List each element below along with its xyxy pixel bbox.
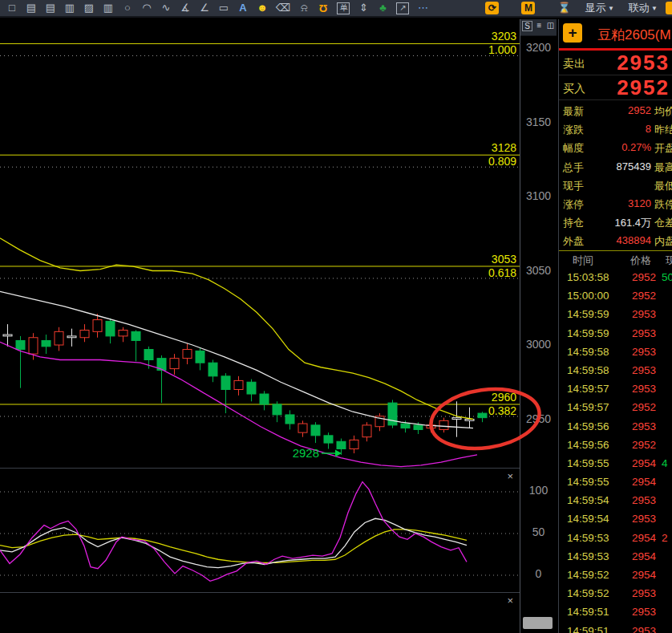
svg-text:2928: 2928	[293, 446, 319, 460]
contract-title[interactable]: 豆粕2605(M	[597, 26, 671, 44]
tick-time: 14:59:56	[567, 420, 609, 432]
stat-value: 161.4万	[614, 216, 651, 230]
close-bottom-panel-icon[interactable]: ×	[507, 595, 513, 606]
stat-value: 2952	[628, 104, 651, 116]
stat-row: 现手最低	[559, 176, 672, 194]
club-icon[interactable]: ♣	[377, 1, 388, 15]
svg-text:3128: 3128	[492, 141, 516, 154]
divider	[559, 99, 672, 100]
ticks-header-price: 价格	[630, 254, 651, 268]
close-indicator-icon[interactable]: ×	[507, 471, 513, 481]
stat-label-right: 最高	[654, 160, 672, 175]
arc-tool-icon[interactable]: ◠	[141, 1, 152, 15]
bid-row[interactable]: 买入 2952	[559, 76, 672, 99]
tick-row: 14:59:542953	[559, 491, 672, 509]
kline-chart-icon[interactable]: M	[521, 2, 535, 14]
emoji-tool-icon[interactable]: ☻	[257, 1, 268, 15]
menu-linkage[interactable]: 联动 ▼	[629, 1, 658, 15]
ask-label: 卖出	[563, 57, 585, 71]
stat-row: 最新2952均价	[559, 101, 672, 120]
tick-row: 14:59:532954	[559, 547, 672, 566]
ask-row[interactable]: 卖出 2953	[559, 51, 672, 75]
trend-lines-icon[interactable]: ∠	[199, 1, 210, 15]
bid-price: 2952	[617, 76, 670, 99]
more-tools-icon[interactable]: ⋯	[417, 1, 428, 15]
stat-label-right: 内盘	[654, 234, 672, 249]
alert-bell-icon[interactable]: ⍾	[298, 1, 310, 15]
tick-time: 14:59:56	[567, 439, 609, 451]
tick-price: 2954	[632, 550, 656, 562]
vertical-grid-icon[interactable]: ▥	[64, 1, 75, 15]
stat-label-right: 跌停	[654, 197, 672, 212]
cycle-lines-icon[interactable]: ▥	[103, 1, 114, 15]
stat-label-right: 最低	[654, 179, 672, 193]
tick-row: 15:00:002952	[559, 286, 672, 305]
replay-icon[interactable]: ⟳	[485, 2, 499, 14]
clipped-toolbar-icon[interactable]	[666, 2, 672, 14]
drawing-toolbar: □▤▤▥▨▥○◠∿∡∠▭A☻⌫⍾Ω单⇕♣↗⋯⟳M⌛显示 ▼联动 ▼	[0, 0, 672, 18]
ruler-icon[interactable]: ▭	[218, 1, 229, 15]
svg-text:1.000: 1.000	[488, 43, 516, 56]
time-sales-list[interactable]: 15:03:5829525015:00:00295214:59:59295314…	[559, 268, 672, 633]
tick-volume: 4	[662, 457, 668, 469]
stat-label: 涨跌	[563, 123, 584, 137]
tick-row: 14:59:512953	[559, 603, 672, 621]
add-contract-button[interactable]: +	[563, 23, 582, 43]
tick-row: 14:59:592953	[559, 324, 672, 343]
svg-text:3053: 3053	[492, 253, 516, 266]
tick-row: 14:59:5329542	[559, 529, 672, 547]
gann-fan-icon[interactable]: ∡	[180, 1, 191, 15]
stat-label: 持仓	[563, 216, 584, 230]
axis-label: 3100	[520, 189, 557, 202]
stat-value: 438894	[617, 234, 651, 246]
share-chart-icon[interactable]: ↗	[396, 2, 409, 14]
chevron-down-icon: ▼	[606, 5, 614, 12]
tick-row: 14:59:512953	[559, 622, 672, 633]
ticks-header: 时间 价格 现	[559, 254, 672, 268]
zigzag-tool-icon[interactable]: ∿	[160, 1, 172, 15]
tick-price: 2953	[632, 420, 656, 432]
tick-time: 15:00:00	[567, 290, 609, 302]
eraser-icon[interactable]: ⌫	[276, 1, 290, 15]
quote-panel: + 豆粕2605(M 卖出 2953 买入 2952 最新2952均价涨跌8昨结…	[558, 19, 672, 633]
tick-time: 14:59:59	[567, 327, 609, 339]
tick-price: 2953	[632, 327, 656, 339]
svg-text:3203: 3203	[492, 30, 516, 43]
indicator-canvas[interactable]	[0, 469, 520, 591]
scrollbar-thumb[interactable]	[523, 617, 553, 629]
main-kline-chart[interactable]: 32031.00031280.80930530.61829600.3822928	[0, 19, 520, 468]
stat-row: 涨停3120跌停	[559, 194, 672, 213]
tick-price: 2954	[632, 457, 656, 469]
ma-slow-yellow	[0, 238, 473, 420]
axis-label: 3200	[520, 41, 557, 54]
tick-time: 14:59:54	[567, 513, 609, 525]
axis-icon-row: S≡◫	[520, 19, 557, 36]
menu-display[interactable]: 显示 ▼	[585, 1, 614, 15]
tick-time: 14:59:58	[567, 364, 609, 376]
tick-price: 2953	[632, 383, 656, 395]
circle-tool-icon[interactable]: ○	[122, 1, 133, 15]
text-tool-icon[interactable]: A	[237, 1, 249, 15]
indicator-list-icon[interactable]: ≡	[535, 21, 544, 30]
price-box-icon[interactable]: ▤	[45, 1, 56, 15]
tick-price: 2953	[632, 625, 656, 633]
tick-row: 14:59:5529544	[559, 454, 672, 473]
magnet-icon[interactable]: Ω	[318, 1, 329, 15]
order-panel-icon[interactable]: 单	[337, 2, 350, 14]
split-screen-icon[interactable]: ⇕	[358, 1, 369, 15]
wave-draw-icon[interactable]: ▨	[83, 1, 95, 15]
tick-time: 14:59:59	[567, 308, 609, 320]
session-timer-icon[interactable]: ⌛	[557, 1, 570, 15]
indicator-panel[interactable]: ×	[0, 468, 520, 591]
layout-columns-icon[interactable]: ◫	[546, 21, 555, 30]
svg-text:0.382: 0.382	[488, 404, 516, 417]
svg-text:2960: 2960	[492, 391, 516, 404]
tick-row: 14:59:562953	[559, 417, 672, 436]
kline-chart-canvas[interactable]: 32031.00031280.80930530.61829600.3822928	[0, 19, 520, 468]
rectangle-tool-icon[interactable]: □	[6, 1, 18, 15]
gann-box-icon[interactable]: ▤	[26, 1, 37, 15]
style-s-icon[interactable]: S	[522, 21, 532, 31]
tick-price: 2954	[632, 476, 656, 488]
tick-row: 14:59:592953	[559, 305, 672, 323]
tick-price: 2954	[632, 532, 656, 544]
